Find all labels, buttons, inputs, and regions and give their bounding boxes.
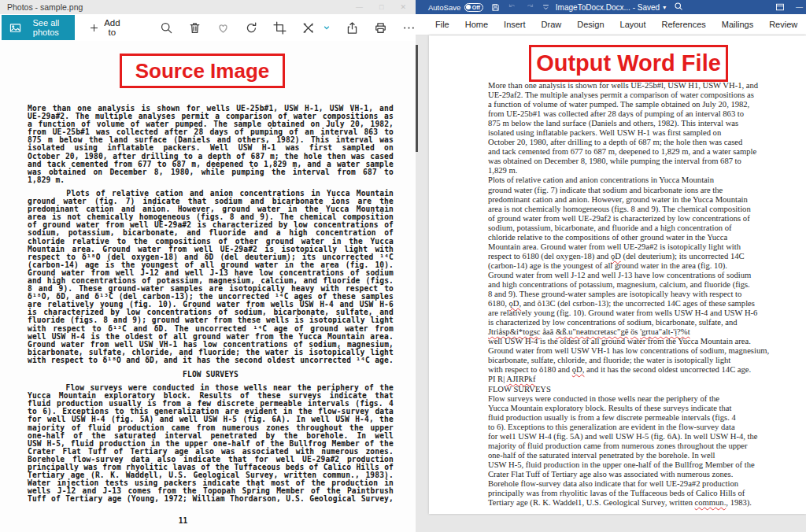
save-icon[interactable]	[491, 3, 500, 12]
ribbon-display-options-icon[interactable]	[775, 2, 785, 12]
word-text-line: Crater Flat Tuff of Tertiary age also wa…	[488, 470, 803, 479]
plus-icon	[89, 23, 99, 33]
output-word-file-label: Output Word File	[529, 45, 728, 82]
word-text-line: predominant cation and anion. However, g…	[488, 195, 803, 205]
add-to-label: Add to	[104, 18, 120, 37]
tab-design[interactable]: Design	[569, 20, 612, 29]
see-all-photos-button[interactable]: See all photos	[2, 15, 75, 40]
add-to-button[interactable]: Add to	[84, 17, 125, 38]
tab-home[interactable]: Home	[457, 20, 496, 29]
crop-icon[interactable]	[273, 21, 287, 35]
ribbon-tab-bar: FileHomeInsertDrawDesignLayoutReferences…	[416, 14, 806, 35]
redo-icon[interactable]	[525, 2, 534, 12]
title-dropdown-caret-icon: ▾	[663, 4, 666, 11]
share-icon[interactable]	[346, 21, 359, 35]
tab-layout[interactable]: Layout	[612, 20, 654, 29]
scrollbar-thumb[interactable]	[416, 45, 418, 152]
word-text-line: are relatively young (fig. 10). Ground w…	[488, 308, 803, 318]
word-text-line: is characterized by low concentrations o…	[488, 318, 803, 327]
spellcheck-flagged-text: ǫD,	[508, 299, 521, 308]
word-text-line: one-half of the saturated interval penet…	[488, 451, 803, 460]
word-document-title-text: ImageToDocx.Docx... - Saved	[556, 3, 660, 12]
word-text-line: bicarbonate, sulfate, chloride, and fluo…	[488, 356, 803, 365]
word-app-window: AutoSave Off ImageToDocx.Docx... - Saved…	[416, 0, 806, 532]
word-text-line: fluid production usually is from a few d…	[488, 413, 803, 423]
word-text-line: majority of fluid production came from n…	[488, 441, 803, 451]
more-icon[interactable]	[402, 21, 416, 35]
scan-text-line: sodium,potassium,bicarbonate,andfluoride…	[28, 229, 394, 237]
word-text-line: More than one analysis is shown for well…	[488, 81, 803, 91]
spellcheck-flagged-text: Jtriåsp&i*togsc	[488, 327, 541, 336]
word-text-line: respect to 6180 (del oxygen-18) and ǫD (…	[488, 252, 803, 261]
word-text-line: October 20, 1980, after drilling to a de…	[488, 138, 803, 147]
maximize-icon[interactable]: □	[379, 3, 383, 11]
word-text-line: 6180, ǫD, and ô13C (del csrbon-13); the …	[488, 299, 803, 308]
output-word-file-label-text: Output Word File	[536, 50, 721, 76]
quick-access-toolbar	[491, 2, 549, 12]
search-icon[interactable]	[674, 2, 683, 11]
scanned-document-image: MorethanoneanalysisisshownforwellsUE-25b…	[28, 105, 394, 509]
tab-draw[interactable]: Draw	[534, 20, 570, 29]
screen: Photos - sample.png — □ ✕ See all photos	[0, 0, 806, 532]
chevron-down-icon[interactable]	[323, 24, 331, 31]
word-text-line: isolated using inflatable packers. Well …	[488, 128, 803, 138]
scan-page-number: 11	[0, 516, 366, 525]
word-text-line: sodium, potassium, bicarbonate, and fluo…	[488, 224, 803, 233]
rotate-icon[interactable]	[245, 21, 258, 35]
word-text-line: of ground water from well UE-29af2 is ch…	[488, 214, 803, 224]
scan-paragraph: MorethanoneanalysisisshownforwellsUE-25b…	[28, 105, 394, 184]
tab-references[interactable]: References	[654, 20, 714, 29]
undo-icon[interactable]	[508, 2, 517, 12]
favorite-icon[interactable]	[216, 21, 230, 35]
word-text-line: to 6). Exceptions to this generalization…	[488, 423, 803, 432]
scan-text-line: withrespecttoδ¹⁸OandδD,andithasthesecond…	[28, 357, 394, 364]
tab-insert[interactable]: Insert	[496, 20, 534, 29]
see-all-photos-label: See all photos	[27, 18, 65, 37]
scan-text-line: 1,829 m.	[28, 176, 394, 184]
word-text-line: was obtained on December 8, 1980, while …	[488, 157, 803, 166]
spellcheck-flagged-text: commun.	[695, 498, 727, 507]
photo-viewer: Source Image Morethanoneanalysisisshownf…	[0, 41, 416, 532]
word-text-line: chloride relative to the compositions of…	[488, 233, 803, 242]
tab-mailings[interactable]: Mailings	[714, 20, 761, 29]
toggle-knob-icon	[466, 5, 471, 9]
word-text-line: Plots of relative cation and anion conce…	[488, 175, 803, 185]
word-text-line: and high concentrations of potassium, ma…	[488, 280, 803, 290]
word-text-line: UE-29af2. The multiple analyses permit a…	[488, 91, 803, 100]
minimize-icon[interactable]: —	[356, 3, 363, 11]
edit-create-icon[interactable]	[301, 21, 315, 35]
autosave-state: Off	[472, 5, 480, 10]
spellcheck-flagged-text: 'grtua"alt-'ị?%t	[640, 327, 690, 336]
spellcheck-flagged-text: &ß.u"neatncretasc"gē	[556, 327, 628, 336]
word-text-line: well USW H-4 is the oldest of all ground…	[488, 337, 803, 346]
autosave-toggle[interactable]: Off	[464, 3, 483, 12]
word-text-line: a function of volume of water pumped. Th…	[488, 100, 803, 109]
autosave-label: AutoSave	[428, 3, 460, 12]
tab-file[interactable]: File	[427, 20, 457, 29]
close-icon[interactable]: ✕	[400, 3, 406, 11]
photos-collection-icon	[9, 22, 21, 34]
delete-icon[interactable]	[188, 21, 202, 35]
photos-app-window: Photos - sample.png — □ ✕ See all photos	[0, 0, 416, 532]
photos-window-title: Photos - sample.png	[0, 2, 83, 12]
word-text-line: Ground water from well J-12 and well J-1…	[488, 271, 803, 280]
photos-titlebar: Photos - sample.png — □ ✕	[0, 0, 416, 14]
word-text-line: ground water (fig. 7) indicate that sodi…	[488, 186, 803, 195]
source-image-label-text: Source Image	[135, 59, 270, 83]
zoom-icon[interactable]	[160, 21, 173, 35]
spellcheck-flagged-text: AJIRPkf	[506, 375, 535, 383]
scan-section-heading: FLOW SURVEYS	[28, 371, 394, 379]
tab-review[interactable]: Review	[761, 20, 805, 29]
customize-toolbar-icon[interactable]	[542, 4, 549, 11]
minimize-icon[interactable]: —	[796, 3, 803, 11]
word-page[interactable]: Output Word File More than one analysis …	[429, 35, 806, 514]
photos-toolbar: See all photos Add to	[0, 14, 416, 41]
scan-text-line: TuffofTertiaryage(Young,1972;WilliamThor…	[28, 495, 394, 503]
word-text-line: USW H-5, fluid production in the upper o…	[488, 460, 803, 470]
spellcheck-flagged-text: ǫD	[611, 252, 621, 260]
word-text-line: Ground water from well USW VH-1 has low …	[488, 346, 803, 356]
photos-window-controls: — □ ✕	[356, 3, 416, 11]
word-text-line: for wel1 USW H-4 (fig. 5A) and well USW …	[488, 432, 803, 441]
word-text-line: and tack cemented from 677 to 687 m, dee…	[488, 147, 803, 157]
print-icon[interactable]	[374, 21, 387, 35]
